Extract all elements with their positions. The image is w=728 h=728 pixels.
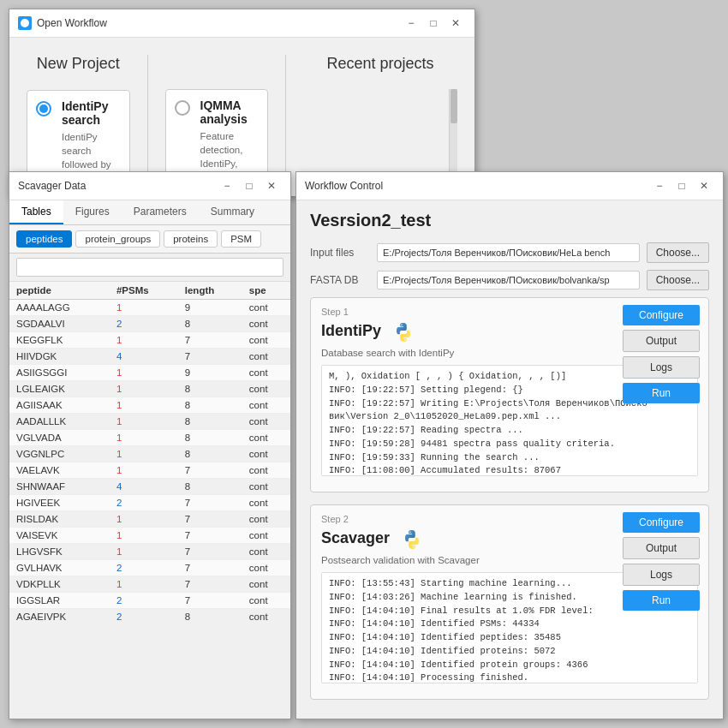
table-row[interactable]: SGDAALVI28cont (9, 316, 290, 332)
tab-parameters[interactable]: Parameters (122, 200, 199, 224)
close-button[interactable]: ✕ (445, 15, 466, 32)
table-row[interactable]: KEGGFLK17cont (9, 332, 290, 349)
step2-logs-btn[interactable]: Logs (623, 564, 700, 586)
step2-run-btn[interactable]: Run (623, 590, 700, 611)
table-cell: 8 (178, 609, 242, 625)
search-input[interactable] (16, 258, 283, 277)
log-line: INFO: [19:59:33] Running the search ... (329, 451, 690, 465)
table-cell: 1 (110, 544, 178, 560)
table-cell: KEGGFLK (9, 332, 110, 349)
table-row[interactable]: AAAALAGG19cont (9, 300, 290, 316)
col-peptide: peptide (9, 282, 110, 300)
wf-window-title: Workflow Control (305, 180, 383, 192)
scavager-minimize[interactable]: − (217, 177, 237, 194)
table-row[interactable]: ASIIGSGGI19cont (9, 365, 290, 381)
input-files-row: Input files E:/Projects/Толя Веренчиков/… (310, 242, 709, 263)
sub-tab-proteins[interactable]: proteins (164, 230, 218, 248)
table-row[interactable]: HGIVEEK27cont (9, 495, 290, 511)
identipy-radio[interactable] (36, 101, 51, 116)
table-cell: 1 (110, 381, 178, 397)
iqmma-radio[interactable] (175, 100, 190, 116)
sub-tab-psm[interactable]: PSM (221, 230, 261, 248)
tab-summary[interactable]: Summary (199, 200, 266, 224)
table-cell: cont (242, 397, 290, 414)
table-cell: 7 (178, 593, 242, 609)
table-cell: 4 (110, 479, 178, 495)
sub-tab-bar: peptides protein_groups proteins PSM (9, 225, 290, 254)
log-line: INFO: [11:08:00] Accumulated results: 87… (329, 464, 690, 476)
col-length: length (178, 282, 242, 300)
table-cell: cont (242, 300, 290, 316)
input-files-value: E:/Projects/Толя Веренчиков/ПОисковик/He… (377, 243, 640, 262)
wf-close[interactable]: ✕ (694, 177, 714, 194)
table-row[interactable]: VAELAVK17cont (9, 462, 290, 479)
input-files-choose[interactable]: Choose... (647, 242, 709, 263)
step2-configure-btn[interactable]: Configure (623, 512, 700, 533)
scavager-titlebar: Scavager Data − □ ✕ (9, 172, 290, 200)
scavager-maximize[interactable]: □ (239, 177, 260, 194)
step1-output-btn[interactable]: Output (623, 330, 700, 352)
table-row[interactable]: SHNWAAF48cont (9, 479, 290, 495)
table-cell: cont (242, 349, 290, 365)
step1-logs-btn[interactable]: Logs (623, 356, 700, 379)
table-cell: RISLDAK (9, 511, 110, 528)
table-cell: cont (242, 576, 290, 593)
step2-buttons: Configure Output Logs Run (623, 512, 700, 611)
table-row[interactable]: IGGSLAR27cont (9, 593, 290, 609)
tab-figures[interactable]: Figures (63, 200, 122, 224)
log-line: INFO: [19:22:57] Reading spectra ... (329, 424, 690, 438)
fasta-db-label: FASTA DB (310, 274, 370, 286)
scavager-close[interactable]: ✕ (261, 177, 282, 194)
table-cell: 7 (178, 495, 242, 511)
table-row[interactable]: HIIVDGK47cont (9, 349, 290, 365)
step1-run-btn[interactable]: Run (623, 383, 700, 403)
table-row[interactable]: AGAEIVPK28cont (9, 609, 290, 625)
table-row[interactable]: VGGNLPC18cont (9, 446, 290, 462)
identipy-title: IdentiPy search (62, 99, 121, 127)
recent-projects-header: Recent projects (303, 55, 457, 73)
input-files-label: Input files (310, 247, 370, 259)
table-cell: 1 (110, 446, 178, 462)
table-row[interactable]: VDKPLLK17cont (9, 576, 290, 593)
col-spe: spe (242, 282, 290, 300)
sub-tab-peptides[interactable]: peptides (16, 230, 72, 248)
table-cell: IGGSLAR (9, 593, 110, 609)
wf-minimize[interactable]: − (649, 177, 670, 194)
table-cell: 7 (178, 528, 242, 544)
tab-tables[interactable]: Tables (9, 200, 63, 224)
table-row[interactable]: AGIISAAK18cont (9, 397, 290, 414)
table-cell: 8 (178, 316, 242, 332)
fasta-db-choose[interactable]: Choose... (647, 270, 709, 290)
table-row[interactable]: AADALLLK18cont (9, 414, 290, 430)
new-project-header: New Project (27, 55, 130, 73)
maximize-button[interactable]: □ (423, 15, 444, 32)
table-row[interactable]: VAISEVK17cont (9, 528, 290, 544)
minimize-button[interactable]: − (401, 15, 421, 32)
wf-titlebar: Workflow Control − □ ✕ (296, 172, 723, 200)
workflow-control-window: Workflow Control − □ ✕ Vesrsion2_test In… (295, 171, 724, 719)
table-cell: cont (242, 528, 290, 544)
table-cell: LHGVSFK (9, 544, 110, 560)
peptide-table: peptide #PSMs length spe AAAALAGG19contS… (9, 282, 290, 625)
step1-configure-btn[interactable]: Configure (623, 305, 700, 325)
peptide-table-container[interactable]: peptide #PSMs length spe AAAALAGG19contS… (9, 282, 290, 717)
table-cell: cont (242, 446, 290, 462)
table-cell: 8 (178, 397, 242, 414)
table-row[interactable]: GVLHAVK27cont (9, 560, 290, 576)
table-cell: AGAEIVPK (9, 609, 110, 625)
scrollbar-thumb (451, 89, 457, 123)
table-cell: 8 (178, 430, 242, 446)
table-cell: VDKPLLK (9, 576, 110, 593)
table-cell: AAAALAGG (9, 300, 110, 316)
table-row[interactable]: VGLVADA18cont (9, 430, 290, 446)
sub-tab-protein-groups[interactable]: protein_groups (75, 230, 160, 248)
table-cell: VAISEVK (9, 528, 110, 544)
table-row[interactable]: LHGVSFK17cont (9, 544, 290, 560)
table-cell: 2 (110, 316, 178, 332)
wf-maximize[interactable]: □ (671, 177, 692, 194)
table-row[interactable]: RISLDAK17cont (9, 511, 290, 528)
step2-output-btn[interactable]: Output (623, 537, 700, 559)
table-cell: cont (242, 316, 290, 332)
table-row[interactable]: LGLEAIGK18cont (9, 381, 290, 397)
table-cell: cont (242, 365, 290, 381)
